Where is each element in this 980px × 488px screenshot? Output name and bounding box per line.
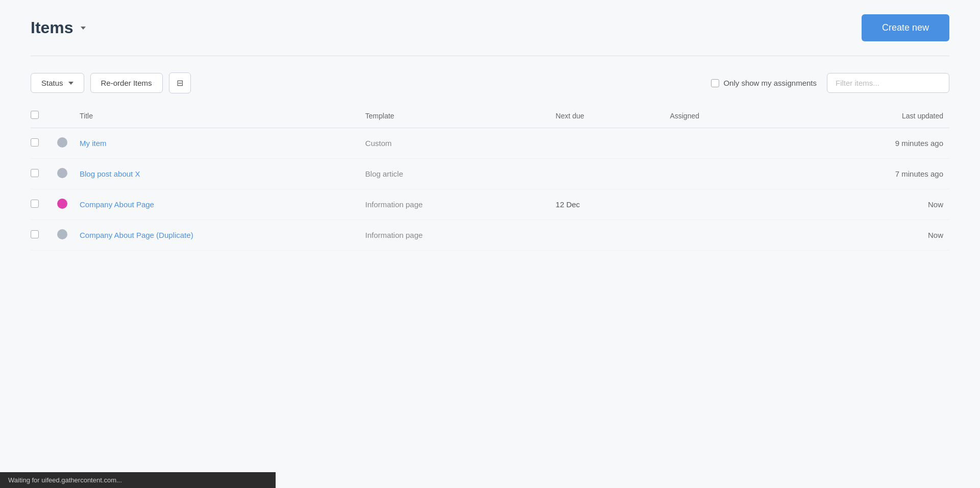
item-title-link[interactable]: Blog post about X — [80, 169, 140, 178]
table-row: Company About Page Information page 12 D… — [31, 189, 949, 220]
row-assigned-cell — [664, 128, 778, 159]
row-lastupdated-cell: 7 minutes ago — [778, 159, 949, 189]
row-template-cell: Information page — [359, 189, 550, 220]
header-lastupdated-col: Last updated — [778, 104, 949, 128]
row-select-checkbox[interactable] — [31, 230, 39, 238]
row-lastupdated-cell: 9 minutes ago — [778, 128, 949, 159]
reorder-items-button[interactable]: Re-order Items — [90, 73, 163, 93]
header-template-col: Template — [359, 104, 550, 128]
hierarchy-icon: ⊟ — [177, 78, 183, 88]
row-status-cell — [51, 189, 74, 220]
row-select-checkbox[interactable] — [31, 138, 39, 147]
table-container: Title Template Next due Assigned Last up… — [0, 104, 980, 251]
row-lastupdated-cell: Now — [778, 220, 949, 251]
row-checkbox-cell — [31, 220, 51, 251]
table-row: My item Custom 9 minutes ago — [31, 128, 949, 159]
status-bar-text: Waiting for uifeed.gathercontent.com... — [8, 476, 122, 484]
header-nextdue-col: Next due — [550, 104, 664, 128]
assignments-label-text: Only show my assignments — [723, 79, 817, 87]
create-new-button[interactable]: Create new — [862, 14, 949, 41]
row-title-cell: Blog post about X — [74, 159, 359, 189]
status-dot — [57, 199, 67, 209]
header-status-col — [51, 104, 74, 128]
item-title-link[interactable]: Company About Page (Duplicate) — [80, 231, 193, 239]
filter-input[interactable] — [827, 73, 949, 93]
header-title-group: Items — [31, 18, 86, 37]
status-filter-button[interactable]: Status — [31, 73, 84, 93]
header-checkbox-col — [31, 104, 51, 128]
row-title-cell: Company About Page (Duplicate) — [74, 220, 359, 251]
row-nextdue-cell — [550, 220, 664, 251]
row-select-checkbox[interactable] — [31, 169, 39, 177]
table-header-row: Title Template Next due Assigned Last up… — [31, 104, 949, 128]
row-status-cell — [51, 128, 74, 159]
item-title-link[interactable]: Company About Page — [80, 200, 154, 209]
status-dropdown-icon — [68, 82, 74, 85]
page-title: Items — [31, 18, 74, 37]
row-template-cell: Blog article — [359, 159, 550, 189]
row-checkbox-cell — [31, 189, 51, 220]
row-checkbox-cell — [31, 128, 51, 159]
items-table: Title Template Next due Assigned Last up… — [31, 104, 949, 251]
reorder-items-label: Re-order Items — [101, 79, 152, 87]
row-status-cell — [51, 220, 74, 251]
status-bar: Waiting for uifeed.gathercontent.com... — [0, 472, 276, 488]
status-dot — [57, 229, 67, 239]
row-nextdue-cell — [550, 159, 664, 189]
row-assigned-cell — [664, 220, 778, 251]
title-dropdown-icon[interactable] — [80, 27, 86, 30]
header: Items Create new — [0, 0, 980, 56]
row-template-cell: Custom — [359, 128, 550, 159]
row-title-cell: Company About Page — [74, 189, 359, 220]
status-filter-label: Status — [41, 79, 63, 87]
assignments-checkbox[interactable] — [711, 79, 719, 87]
table-row: Company About Page (Duplicate) Informati… — [31, 220, 949, 251]
row-nextdue-cell — [550, 128, 664, 159]
hierarchy-view-button[interactable]: ⊟ — [169, 72, 191, 93]
status-dot — [57, 137, 67, 148]
assignments-filter-label[interactable]: Only show my assignments — [711, 79, 817, 87]
row-select-checkbox[interactable] — [31, 200, 39, 208]
toolbar: Status Re-order Items ⊟ Only show my ass… — [0, 56, 980, 104]
row-template-cell: Information page — [359, 220, 550, 251]
page-wrapper: Items Create new Status Re-order Items ⊟… — [0, 0, 980, 488]
table-row: Blog post about X Blog article 7 minutes… — [31, 159, 949, 189]
select-all-checkbox[interactable] — [31, 111, 39, 119]
row-status-cell — [51, 159, 74, 189]
row-nextdue-cell: 12 Dec — [550, 189, 664, 220]
row-lastupdated-cell: Now — [778, 189, 949, 220]
row-title-cell: My item — [74, 128, 359, 159]
row-checkbox-cell — [31, 159, 51, 189]
header-assigned-col: Assigned — [664, 104, 778, 128]
status-dot — [57, 168, 67, 178]
row-assigned-cell — [664, 189, 778, 220]
toolbar-right: Only show my assignments — [711, 73, 949, 93]
row-assigned-cell — [664, 159, 778, 189]
header-title-col: Title — [74, 104, 359, 128]
item-title-link[interactable]: My item — [80, 139, 107, 148]
